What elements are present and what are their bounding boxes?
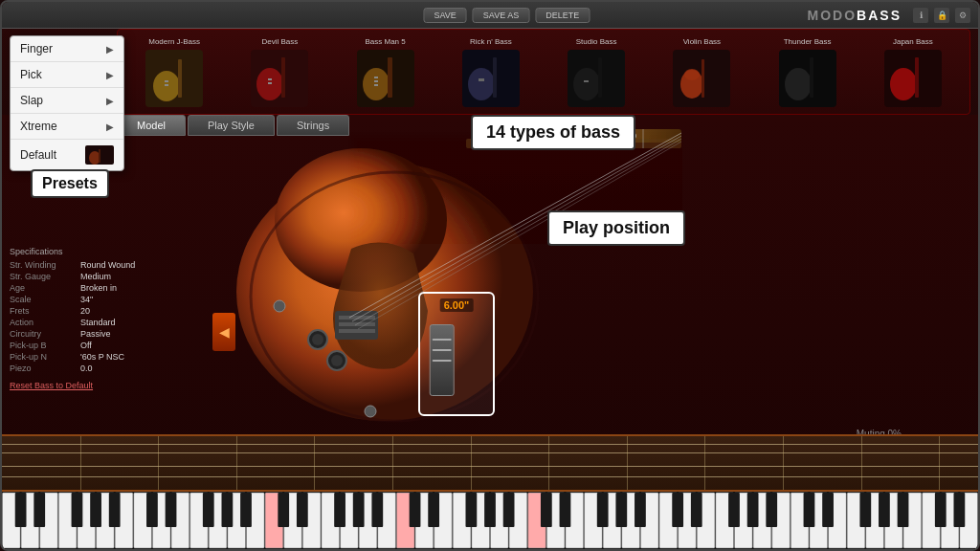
piano-svg [2,492,978,549]
string-1 [2,444,978,445]
preset-xtreme-arrow: ▶ [106,121,114,132]
fret-9 [704,436,705,490]
svg-rect-148 [766,493,777,527]
svg-point-65 [365,406,376,417]
spec-val-str-winding: Round Wound [80,260,135,270]
bass-item-thunder-bass[interactable]: Thunder Bass [759,37,857,107]
spec-key-pickup-n: Pick-up N [10,352,77,362]
tab-play-style[interactable]: Play Style [188,115,275,136]
svg-point-21 [573,68,600,100]
spec-val-age: Broken in [80,283,117,293]
svg-rect-18 [493,57,497,98]
svg-rect-137 [484,493,496,527]
spec-key-action: Action [10,318,77,327]
spec-pickup-b: Pick-up B Off [10,341,201,350]
bass-item-japan-bass[interactable]: Japan Bass [864,37,962,107]
delete-button[interactable]: DELETE [535,8,590,23]
bass-thumb-studio-bass[interactable] [568,50,625,107]
specs-title: Specifications [10,247,201,256]
svg-rect-123 [109,493,121,527]
string-4 [2,476,978,477]
svg-rect-145 [691,493,702,527]
arrow-left-icon: ◀ [219,324,230,340]
reset-bass-link[interactable]: Reset Bass to Default [10,381,201,390]
spec-circuitry: Circuitry Passive [10,329,201,339]
svg-rect-138 [503,493,515,527]
tab-model[interactable]: Model [117,115,186,136]
spec-key-frets: Frets [10,306,77,316]
bass-thumb-devil-bass[interactable] [251,50,308,107]
app-logo: MODOBASS [808,8,902,23]
play-position-slider[interactable] [430,324,456,397]
bass-item-violin-bass[interactable]: Violin Bass [653,37,750,107]
play-position-box[interactable]: 6.00" [418,292,495,416]
svg-rect-141 [597,493,609,527]
preset-finger[interactable]: Finger ▶ [11,36,123,62]
spec-key-age: Age [10,283,77,293]
svg-point-63 [331,355,343,366]
spec-key-str-gauge: Str. Gauge [10,272,77,281]
bass-thumb-modern-jbass[interactable] [145,50,203,107]
save-as-button[interactable]: SAVE AS [473,8,529,23]
svg-rect-153 [898,493,909,527]
callout-14-types: 14 types of bass [471,115,635,150]
gear-icon[interactable]: ⚙ [955,8,970,23]
spec-val-scale: 34" [80,295,93,304]
svg-point-26 [684,69,700,80]
svg-rect-155 [954,493,966,527]
preset-default[interactable]: Default [11,140,123,170]
toolbar-buttons: SAVE SAVE AS DELETE [424,8,590,23]
svg-rect-133 [371,493,383,527]
bass-thumb-rick-n-bass[interactable] [462,50,520,107]
fret-3 [236,436,237,490]
nav-arrow-left[interactable]: ◀ [212,313,235,351]
string-3 [2,466,978,467]
svg-rect-140 [560,493,571,527]
string-2 [2,452,978,453]
play-position-value: 6.00" [440,298,474,312]
svg-rect-131 [334,493,345,527]
svg-rect-126 [203,493,214,527]
svg-rect-27 [702,59,704,98]
preset-pick[interactable]: Pick ▶ [11,62,123,88]
preset-slap[interactable]: Slap ▶ [11,88,123,114]
svg-rect-23 [584,80,589,82]
svg-rect-136 [466,493,478,527]
spec-frets: Frets 20 [10,306,201,316]
spec-key-circuitry: Circuitry [10,329,77,339]
specs-panel: Specifications Str. Winding Round Wound … [10,247,201,390]
spec-key-scale: Scale [10,295,77,304]
spec-val-str-gauge: Medium [80,272,111,281]
svg-rect-8 [268,78,272,80]
svg-rect-129 [278,493,289,527]
bass-item-modern-jbass[interactable]: Modern J-Bass [125,37,223,107]
spec-key-str-winding: Str. Winding [10,260,77,270]
app-container: SAVE SAVE AS DELETE MODOBASS ℹ 🔒 ⚙ Moder… [0,0,980,551]
preset-xtreme[interactable]: Xtreme ▶ [11,114,123,140]
tab-strings[interactable]: Strings [277,115,349,136]
bass-item-rick-n-bass[interactable]: Rick n' Bass [442,37,540,107]
lock-icon[interactable]: 🔒 [934,8,949,23]
bass-label-devil-bass: Devil Bass [261,37,298,46]
info-icon[interactable]: ℹ [913,8,928,23]
preset-finger-label: Finger [20,42,53,55]
bass-item-devil-bass[interactable]: Devil Bass [231,37,328,107]
svg-rect-151 [859,493,871,527]
svg-rect-36 [99,149,100,163]
bass-label-studio-bass: Studio Bass [576,37,617,46]
bass-thumb-violin-bass[interactable] [673,50,730,107]
bass-thumb-thunder-bass[interactable] [779,50,836,107]
svg-rect-121 [72,493,83,527]
preset-slap-label: Slap [20,94,43,107]
svg-rect-12 [388,57,392,98]
logo-bass: BASS [857,8,902,23]
svg-point-32 [890,68,917,100]
save-button[interactable]: SAVE [424,8,467,23]
bass-item-studio-bass[interactable]: Studio Bass [547,37,645,107]
spec-str-winding: Str. Winding Round Wound [10,260,201,270]
bass-thumb-japan-bass[interactable] [884,50,942,107]
svg-rect-13 [374,77,378,78]
bass-thumb-bass-man-5[interactable] [357,50,414,107]
spec-action: Action Standard [10,318,201,327]
bass-item-bass-man-5[interactable]: Bass Man 5 [337,37,434,107]
